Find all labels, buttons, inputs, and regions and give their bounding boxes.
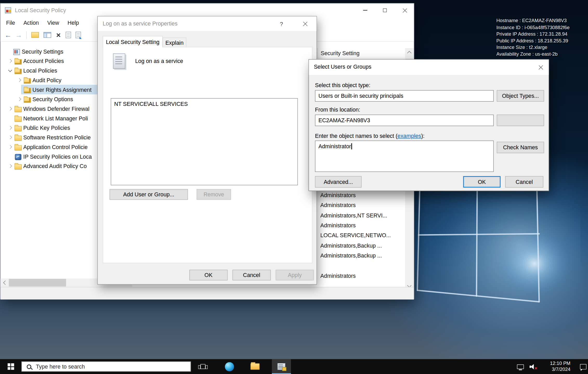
tab-local-security-setting[interactable]: Local Security Setting (103, 36, 163, 47)
minimize-button[interactable] (355, 3, 375, 17)
scroll-up-button[interactable] (405, 48, 413, 56)
close-button[interactable] (395, 3, 415, 17)
chevron-left-icon (0, 279, 9, 287)
edge-button[interactable] (221, 359, 238, 374)
ipsec-icon (14, 153, 22, 160)
folder-icon (14, 144, 22, 150)
cancel-button[interactable]: Cancel (233, 270, 271, 280)
policy-list-row[interactable]: Administrators,Backup ... (303, 241, 405, 250)
tree-item-label: User Rights Assignment (32, 87, 92, 93)
policy-list-row[interactable] (303, 261, 405, 270)
action-center-button[interactable] (577, 359, 588, 374)
policy-name: Log on as a service (135, 58, 183, 64)
task-view-button[interactable] (194, 359, 212, 374)
file-explorer-button[interactable] (246, 359, 264, 374)
taskbar-search[interactable] (21, 362, 191, 372)
search-input[interactable] (36, 364, 173, 370)
menu-help[interactable]: Help (63, 20, 83, 26)
chevron-down-icon[interactable] (6, 67, 14, 74)
tree-item-label: Account Policies (23, 58, 64, 64)
local-security-policy-taskbar-button[interactable] (272, 359, 291, 374)
back-icon[interactable]: ← (3, 31, 13, 38)
instance-info-line: Private IP Address : 172.31.28.94 (496, 31, 570, 38)
app-icon (5, 7, 11, 14)
remove-button[interactable]: Remove (197, 189, 231, 200)
chevron-right-icon[interactable] (16, 95, 23, 103)
advanced-button[interactable]: Advanced... (315, 176, 362, 188)
text-cursor (351, 143, 352, 150)
volume-button[interactable]: × (528, 359, 539, 374)
folder-lock-icon (23, 96, 31, 102)
ok-button[interactable]: OK (463, 176, 501, 188)
window-title: Local Security Policy (15, 7, 66, 14)
policy-list-row[interactable]: Administrators (303, 190, 405, 200)
location-field[interactable]: EC2AMAZ-FAN98V3 (315, 115, 494, 126)
policy-list-row[interactable]: Administrators (303, 200, 405, 210)
console-tree-icon[interactable] (43, 32, 51, 38)
menu-view[interactable]: View (43, 20, 63, 26)
policy-list-row[interactable]: Administrators,Backup ... (303, 251, 405, 261)
list-column-header[interactable]: Security Setting (303, 48, 405, 59)
export-list-icon[interactable] (31, 32, 39, 38)
maximize-icon (383, 8, 387, 12)
chevron-right-icon[interactable] (16, 76, 23, 84)
tree-item-label: Software Restriction Policie (23, 134, 91, 140)
task-view-icon (200, 364, 205, 369)
menu-file[interactable]: File (2, 20, 19, 26)
network-button[interactable] (515, 359, 526, 374)
scroll-left-button[interactable] (0, 279, 9, 287)
taskbar-clock[interactable]: 12:10 PM 3/7/2024 (539, 361, 570, 373)
member-item[interactable]: NT SERVICE\ALL SERVICES (111, 99, 297, 109)
chevron-up-icon (405, 48, 413, 56)
menu-action[interactable]: Action (19, 20, 43, 26)
policy-list-row[interactable]: Administrators,NT SERVI... (303, 210, 405, 220)
chevron-right-icon[interactable] (6, 124, 14, 132)
toolbar-separator (26, 31, 27, 39)
cancel-button[interactable]: Cancel (505, 176, 543, 188)
document-icon[interactable] (66, 32, 71, 38)
object-names-label-text: Enter the object names to select ( (315, 133, 397, 139)
taskbar: × 12:10 PM 3/7/2024 (0, 359, 588, 374)
apply-button[interactable]: Apply (276, 270, 314, 280)
add-user-button[interactable]: Add User or Group... (110, 189, 188, 200)
minimize-icon (363, 10, 367, 11)
horizontal-scrollbar-thumb[interactable] (9, 279, 66, 286)
dialog-title-bar: Select Users or Groups (309, 60, 548, 75)
locations-button[interactable] (497, 115, 544, 126)
folder-icon (14, 163, 22, 169)
examples-link[interactable]: examples (397, 133, 421, 139)
tab-explain[interactable]: Explain (163, 37, 186, 47)
object-type-field[interactable]: Users or Built-in security principals (315, 90, 494, 102)
help-button[interactable]: ? (273, 16, 290, 31)
members-listbox[interactable]: NT SERVICE\ALL SERVICES (111, 98, 298, 185)
policy-list-row[interactable]: Administrators (303, 271, 405, 281)
object-names-label-suffix: ): (421, 133, 424, 139)
folder-lock-icon (14, 67, 22, 74)
object-types-button[interactable]: Object Types... (497, 90, 544, 102)
object-names-field[interactable]: Administrator (315, 141, 494, 172)
forward-icon[interactable]: → (13, 31, 24, 38)
delete-icon[interactable]: × (54, 31, 63, 39)
chevron-right-icon[interactable] (6, 162, 14, 170)
ok-button[interactable]: OK (190, 270, 228, 280)
policy-list-row[interactable]: LOCAL SERVICE,NETWO... (303, 230, 405, 240)
check-names-button[interactable]: Check Names (497, 142, 544, 153)
export-document-icon[interactable] (76, 32, 81, 38)
volume-icon (530, 364, 534, 369)
logon-service-properties-dialog: Log on as a service Properties ? Local S… (97, 16, 317, 285)
policy-list-row[interactable]: Administrators (303, 220, 405, 230)
dialog-title: Log on as a service Properties (103, 21, 178, 27)
close-button[interactable] (296, 16, 314, 31)
chevron-right-icon[interactable] (6, 57, 14, 65)
chevron-right-icon[interactable] (6, 105, 14, 112)
chevron-right-icon[interactable] (6, 133, 14, 141)
maximize-button[interactable] (375, 3, 395, 17)
close-button[interactable] (532, 60, 550, 75)
tree-item-label: IP Security Policies on Loca (23, 153, 92, 160)
folder-icon (14, 106, 22, 112)
mmc-icon (277, 363, 285, 370)
instance-info-line: Instance Size : t2.xlarge (496, 44, 570, 51)
start-button[interactable] (0, 359, 21, 374)
chevron-right-icon[interactable] (6, 143, 14, 151)
edge-icon (225, 362, 234, 371)
